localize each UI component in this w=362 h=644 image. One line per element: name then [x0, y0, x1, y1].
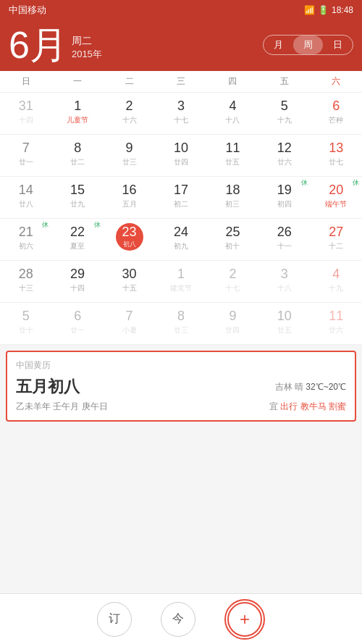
- week-header: 日 一 二 三 四 五 六: [0, 71, 362, 93]
- cal-cell[interactable]: 6廿一: [51, 303, 103, 345]
- cal-cell[interactable]: 5廿十: [0, 303, 51, 345]
- cal-cell[interactable]: 26十一: [258, 219, 310, 261]
- cal-cell[interactable]: 2十六: [104, 93, 155, 135]
- weekday-label: 周二: [72, 35, 102, 48]
- cal-cell[interactable]: 11廿五: [207, 135, 258, 177]
- add-button[interactable]: +: [227, 602, 262, 637]
- cal-cell[interactable]: 13廿七: [311, 135, 362, 177]
- ganzhi-label: 乙未羊年 壬午月 庚午日: [16, 401, 108, 413]
- weekday-sun: 日: [0, 71, 51, 92]
- weekday-sat: 六: [311, 71, 362, 92]
- lunar-day-label: 五月初八: [16, 376, 80, 398]
- cal-cell[interactable]: 休 19初四: [258, 177, 310, 219]
- cal-cell[interactable]: 3十七: [155, 93, 206, 135]
- cal-cell[interactable]: 28十三: [0, 261, 51, 303]
- cal-cell[interactable]: 10廿四: [155, 135, 206, 177]
- cal-cell[interactable]: 25初十: [207, 219, 258, 261]
- holiday-tag: 休: [353, 178, 359, 188]
- cal-cell[interactable]: 29十四: [51, 261, 103, 303]
- weekday-thu: 四: [207, 71, 258, 92]
- toggle-month[interactable]: 月: [264, 35, 293, 54]
- cal-cell[interactable]: 16五月: [104, 177, 155, 219]
- cal-cell[interactable]: 4十九: [311, 261, 362, 303]
- cal-cell[interactable]: 休 20端午节: [311, 177, 362, 219]
- subscribe-button[interactable]: 订: [97, 602, 132, 637]
- cal-cell[interactable]: 3十八: [258, 261, 310, 303]
- cal-cell[interactable]: 8廿二: [51, 135, 103, 177]
- calendar-area: 日 一 二 三 四 五 六 31十四 1儿童节 2十六 3十七 4十八 5十九 …: [0, 71, 362, 345]
- calendar-row-3: 14廿八 15廿九 16五月 17初二 18初三 休 19初四 休 20端午节: [0, 177, 362, 219]
- month-label: 6月: [9, 26, 67, 64]
- add-button-highlight: +: [224, 599, 265, 640]
- cal-cell[interactable]: 4十八: [207, 93, 258, 135]
- signal-icon: 📶: [304, 5, 315, 15]
- info-title: 中国黄历: [16, 359, 346, 372]
- header-left: 6月 周二 2015年: [9, 26, 102, 64]
- bottom-bar: 订 今 +: [0, 593, 362, 644]
- cal-cell[interactable]: 31十四: [0, 93, 51, 135]
- cal-cell[interactable]: 9廿三: [104, 135, 155, 177]
- year-label: 2015年: [72, 48, 102, 61]
- time-label: 18:48: [332, 5, 353, 15]
- cal-cell-today[interactable]: 23 初八: [104, 219, 155, 261]
- toggle-day[interactable]: 日: [323, 35, 353, 54]
- spacer: [0, 427, 362, 471]
- holiday-tag: 休: [94, 220, 101, 230]
- auspicious-items: 出行 教牛马 割蜜: [280, 401, 346, 411]
- cal-cell[interactable]: 11廿六: [311, 303, 362, 345]
- today-button[interactable]: 今: [161, 602, 195, 637]
- holiday-tag: 休: [301, 178, 308, 188]
- cal-cell[interactable]: 休 22夏至: [51, 219, 103, 261]
- battery-icon: 🔋: [318, 5, 329, 15]
- cal-cell[interactable]: 15廿九: [51, 177, 103, 219]
- weekday-fri: 五: [258, 71, 310, 92]
- cal-cell[interactable]: 18初三: [207, 177, 258, 219]
- view-toggle[interactable]: 月 周 日: [263, 35, 353, 55]
- info-sub-row: 乙未羊年 壬午月 庚午日 宜 出行 教牛马 割蜜: [16, 401, 346, 413]
- cal-cell[interactable]: 7廿一: [0, 135, 51, 177]
- cal-cell[interactable]: 8廿三: [155, 303, 206, 345]
- cal-cell[interactable]: 2十七: [207, 261, 258, 303]
- weekday-wed: 三: [155, 71, 206, 92]
- cal-cell[interactable]: 10廿五: [258, 303, 310, 345]
- cal-cell[interactable]: 12廿六: [258, 135, 310, 177]
- today-indicator: 23 初八: [116, 223, 143, 251]
- cal-cell[interactable]: 24初九: [155, 219, 206, 261]
- info-panel: 中国黄历 五月初八 吉林 晴 32℃~20℃ 乙未羊年 壬午月 庚午日 宜 出行…: [6, 351, 356, 422]
- calendar-row-4: 休 21初六 休 22夏至 23 初八 24初九 25初十 26十一 27十二: [0, 219, 362, 261]
- calendar-row-5: 28十三 29十四 30十五 1建党节 2十七 3十八 4十九: [0, 261, 362, 303]
- calendar-row-1: 31十四 1儿童节 2十六 3十七 4十八 5十九 6芒种: [0, 93, 362, 135]
- calendar-header: 6月 周二 2015年 月 周 日: [0, 20, 362, 71]
- status-bar: 中国移动 📶 🔋 18:48: [0, 0, 362, 20]
- cal-cell[interactable]: 休 21初六: [0, 219, 51, 261]
- carrier-label: 中国移动: [9, 4, 46, 17]
- weekday-mon: 一: [51, 71, 103, 92]
- toggle-week[interactable]: 周: [293, 35, 323, 54]
- weather-location: 吉林 晴: [275, 382, 303, 392]
- month-detail: 周二 2015年: [72, 35, 102, 64]
- calendar-row-2: 7廿一 8廿二 9廿三 10廿四 11廿五 12廿六 13廿七: [0, 135, 362, 177]
- holiday-tag: 休: [42, 220, 49, 230]
- weather-info: 吉林 晴 32℃~20℃: [275, 381, 346, 393]
- weather-temp: 32℃~20℃: [306, 382, 346, 392]
- cal-cell[interactable]: 27十二: [311, 219, 362, 261]
- cal-cell[interactable]: 1建党节: [155, 261, 206, 303]
- cal-cell[interactable]: 5十九: [258, 93, 310, 135]
- weekday-tue: 二: [104, 71, 155, 92]
- cal-cell[interactable]: 9廿四: [207, 303, 258, 345]
- status-icons: 📶 🔋 18:48: [304, 5, 353, 15]
- cal-cell[interactable]: 14廿八: [0, 177, 51, 219]
- cal-cell[interactable]: 6芒种: [311, 93, 362, 135]
- calendar-row-6: 5廿十 6廿一 7小暑 8廿三 9廿四 10廿五 11廿六: [0, 303, 362, 345]
- auspicious-label: 宜 出行 教牛马 割蜜: [269, 401, 346, 413]
- cal-cell[interactable]: 30十五: [104, 261, 155, 303]
- cal-cell[interactable]: 7小暑: [104, 303, 155, 345]
- cal-cell[interactable]: 1儿童节: [51, 93, 103, 135]
- cal-cell[interactable]: 17初二: [155, 177, 206, 219]
- info-main-row: 五月初八 吉林 晴 32℃~20℃: [16, 376, 346, 398]
